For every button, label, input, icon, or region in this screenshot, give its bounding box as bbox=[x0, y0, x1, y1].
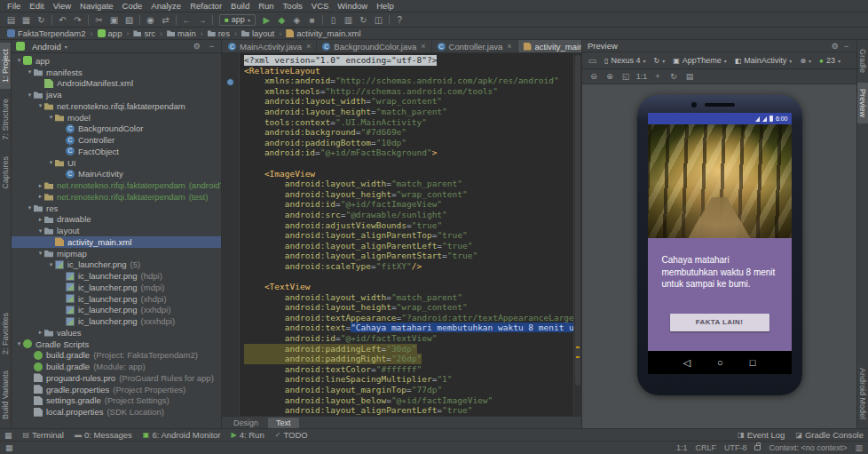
copy-icon[interactable]: ▣ bbox=[107, 13, 122, 27]
fact-button[interactable]: FAKTA LAIN! bbox=[670, 314, 769, 331]
toolwindow-event-log[interactable]: ◨Event Log bbox=[738, 430, 785, 440]
save-all-icon[interactable]: ▦ bbox=[19, 13, 34, 27]
tree-item-mainactivity[interactable]: MainActivity bbox=[12, 169, 221, 180]
chevron-expanded-icon[interactable]: ▾ bbox=[15, 57, 23, 64]
tree-item-controller[interactable]: Controller bbox=[12, 134, 221, 146]
menu-view[interactable]: View bbox=[49, 1, 75, 11]
tree-item-drawable[interactable]: ▸drawable bbox=[12, 214, 221, 226]
tree-item-java[interactable]: ▾java bbox=[12, 89, 221, 100]
context-gutter-icon[interactable] bbox=[226, 78, 234, 86]
chevron-collapsed-icon[interactable]: ▸ bbox=[36, 182, 44, 189]
chevron-expanded-icon[interactable]: ▾ bbox=[47, 114, 55, 121]
locale-selector[interactable]: ⊕▾ bbox=[796, 54, 815, 67]
breadcrumb-res[interactable]: res bbox=[206, 28, 232, 38]
close-icon[interactable]: × bbox=[421, 42, 425, 51]
tree-item-ic-launcher-png-hdpi[interactable]: ic_launcher.png(hdpi) bbox=[12, 270, 221, 282]
tree-item-factobject[interactable]: FactObject bbox=[12, 146, 221, 157]
cut-icon[interactable]: ✂ bbox=[91, 13, 107, 27]
tree-item-values[interactable]: ▸values bbox=[12, 327, 221, 339]
tree-item-ic-launcher-png-xhdpi[interactable]: ic_launcher.png(xhdpi) bbox=[12, 293, 221, 305]
tool-tab-captures[interactable]: Captures bbox=[0, 150, 11, 195]
menu-refactor[interactable]: Refactor bbox=[185, 1, 226, 11]
chevron-expanded-icon[interactable]: ▾ bbox=[26, 92, 34, 99]
tool-tab-2-favorites[interactable]: 2: Favorites bbox=[0, 307, 11, 361]
menu-analyze[interactable]: Analyze bbox=[146, 1, 185, 11]
editor-tab-backgroundcolor-java[interactable]: BackgroundColor.java× bbox=[317, 40, 431, 52]
menu-file[interactable]: File bbox=[3, 1, 25, 11]
orientation-selector[interactable]: ↻▾ bbox=[650, 54, 668, 67]
tree-item-build-gradle-module-app[interactable]: build.gradle(Module: app) bbox=[12, 361, 221, 372]
home-icon[interactable]: ○ bbox=[717, 357, 723, 368]
menu-help[interactable]: Help bbox=[372, 1, 398, 11]
run-icon[interactable]: ▶ bbox=[259, 13, 274, 27]
forward-icon[interactable]: → bbox=[194, 13, 209, 27]
tree-item-proguard-rules-pro-proguard-rules-for-app[interactable]: proguard-rules.pro(ProGuard Rules for ap… bbox=[12, 372, 221, 384]
refresh-icon[interactable]: ↻ bbox=[667, 70, 680, 84]
tree-item-androidmanifest-xml[interactable]: AndroidManifest.xml bbox=[12, 78, 221, 90]
chevron-expanded-icon[interactable]: ▾ bbox=[36, 250, 44, 257]
tool-tab-android-model[interactable]: Android Model bbox=[857, 362, 868, 426]
breadcrumb-layout[interactable]: layout bbox=[240, 28, 276, 38]
toolwindow-0-messages[interactable]: ▬0: Messages bbox=[75, 430, 132, 440]
recents-icon[interactable]: □ bbox=[750, 357, 756, 368]
hide-panel-icon[interactable]: − bbox=[841, 42, 851, 51]
breadcrumb-src[interactable]: src bbox=[131, 28, 157, 38]
editor-tab-controller-java[interactable]: Controller.java× bbox=[432, 40, 518, 52]
tool-tab-preview[interactable]: Preview bbox=[857, 83, 868, 123]
tree-item-net-renotekno-rifqi-faktaterpendam-androidtest[interactable]: ▸net.renotekno.rifqi.faktaterpendam(andr… bbox=[12, 179, 221, 191]
back-icon[interactable]: ◁ bbox=[683, 357, 690, 369]
chevron-collapsed-icon[interactable]: ▸ bbox=[36, 193, 44, 200]
breadcrumb-main[interactable]: main bbox=[165, 28, 198, 38]
pan-icon[interactable]: + bbox=[651, 70, 664, 84]
avd-manager-icon[interactable]: ▯ bbox=[326, 13, 341, 27]
chevron-expanded-icon[interactable]: ▾ bbox=[47, 261, 55, 268]
breadcrumb-activity-main-xml[interactable]: activity_main.xml bbox=[284, 28, 362, 38]
chevron-expanded-icon[interactable]: ▾ bbox=[15, 340, 23, 347]
tree-item-res[interactable]: ▾res bbox=[12, 203, 221, 214]
open-icon[interactable]: ▤ bbox=[4, 13, 19, 27]
tool-tab-gradle[interactable]: Gradle bbox=[857, 43, 868, 79]
tree-item-net-renotekno-rifqi-faktaterpendam[interactable]: ▾net.renotekno.rifqi.faktaterpendam bbox=[12, 100, 221, 112]
help-icon[interactable]: ? bbox=[392, 13, 407, 27]
device-selector[interactable]: ▯Nexus 4▾ bbox=[601, 54, 649, 67]
tree-item-local-properties-sdk-location[interactable]: local.properties(SDK Location) bbox=[12, 406, 221, 418]
tree-item-ic-launcher-png-xxhdpi[interactable]: ic_launcher.png(xxhdpi) bbox=[12, 305, 221, 316]
chevron-collapsed-icon[interactable]: ▸ bbox=[36, 216, 44, 223]
tree-item-ic-launcher-png-mdpi[interactable]: ic_launcher.png(mdpi) bbox=[12, 282, 221, 293]
tool-tab-build-variants[interactable]: Build Variants bbox=[0, 364, 11, 426]
paste-icon[interactable]: ▧ bbox=[122, 13, 137, 27]
menu-navigate[interactable]: Navigate bbox=[75, 1, 118, 11]
scrollbar-thumb[interactable] bbox=[575, 55, 580, 386]
tree-item-model[interactable]: ▾model bbox=[12, 112, 221, 123]
replace-icon[interactable]: ⇄ bbox=[158, 13, 173, 27]
menu-code[interactable]: Code bbox=[118, 1, 147, 11]
tree-item-build-gradle-project-faktaterpendam2[interactable]: build.gradle(Project: FaktaTerpendam2) bbox=[12, 350, 221, 362]
menu-vcs[interactable]: VCS bbox=[307, 1, 334, 11]
menu-run[interactable]: Run bbox=[254, 1, 278, 11]
tree-item-ic-launcher-png-5[interactable]: ▾ic_launcher.png(5) bbox=[12, 259, 221, 271]
screenshot-icon[interactable]: ▤ bbox=[683, 70, 696, 84]
code-area[interactable]: <?xml version="1.0" encoding="utf-8"?><R… bbox=[240, 53, 573, 416]
zoom-in-icon[interactable]: ⊕ bbox=[604, 70, 616, 84]
theme-selector[interactable]: ▣AppTheme▾ bbox=[669, 54, 730, 67]
tree-item-gradle-properties-project-properties[interactable]: gradle.properties(Project Properties) bbox=[12, 384, 221, 395]
close-icon[interactable]: × bbox=[306, 42, 311, 51]
tool-tab-7-structure[interactable]: 7: Structure bbox=[0, 92, 11, 147]
tree-item-activity-main-xml[interactable]: activity_main.xml bbox=[12, 236, 221, 248]
notifications-icon[interactable]: ▥ bbox=[855, 443, 863, 452]
toolwindow-switcher-icon[interactable]: ▦ bbox=[4, 431, 12, 440]
tree-item-mipmap[interactable]: ▾mipmap bbox=[12, 248, 221, 259]
settings-icon[interactable]: ⚙ bbox=[191, 42, 203, 51]
zoom-fit-icon[interactable]: ◱ bbox=[619, 70, 632, 84]
chevron-expanded-icon[interactable]: ▾ bbox=[47, 159, 55, 166]
mode-tab-design[interactable]: Design bbox=[225, 418, 266, 428]
toolwindow-todo[interactable]: ✓TODO bbox=[275, 430, 308, 440]
breadcrumb-faktaterpendam2[interactable]: FaktaTerpendam2 bbox=[5, 28, 88, 38]
find-icon[interactable]: ◉ bbox=[143, 13, 158, 27]
encoding-indicator[interactable]: UTF-8 bbox=[724, 443, 747, 452]
menu-tools[interactable]: Tools bbox=[279, 1, 307, 11]
debug-icon[interactable]: ◆ bbox=[274, 13, 289, 27]
editor-scrollbar[interactable] bbox=[573, 53, 581, 416]
menu-edit[interactable]: Edit bbox=[25, 1, 48, 11]
stop-icon[interactable]: ■ bbox=[304, 13, 320, 27]
